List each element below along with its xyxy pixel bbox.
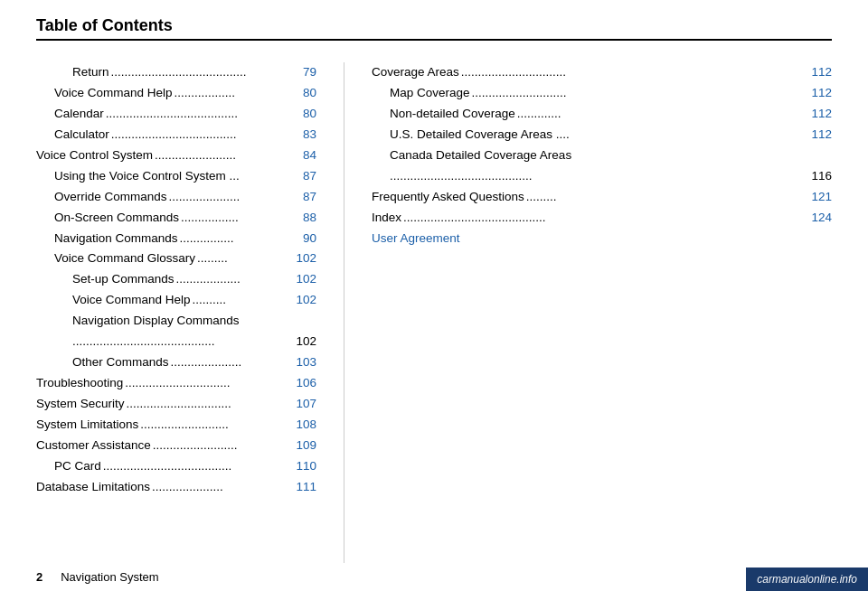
toc-entry: System Security ........................… bbox=[36, 394, 316, 415]
watermark-area: carmanualonline.info bbox=[746, 568, 868, 591]
toc-entry: Map Coverage ...........................… bbox=[372, 83, 832, 104]
column-divider bbox=[344, 62, 344, 563]
toc-entry: Troubleshooting ........................… bbox=[36, 373, 316, 394]
left-column: Return .................................… bbox=[36, 62, 335, 563]
page-title: Table of Contents bbox=[36, 16, 832, 35]
toc-entry-multiline: Canada Detailed Coverage Areas .........… bbox=[372, 145, 832, 187]
footer-page-number: 2 bbox=[36, 570, 42, 584]
toc-entry: Voice Command Help .......... 102 bbox=[36, 290, 316, 311]
header-rule bbox=[36, 39, 832, 41]
toc-entry: Customer Assistance ....................… bbox=[36, 436, 316, 456]
toc-entry: Non-detailed Coverage ............. 112 bbox=[372, 104, 832, 125]
content-area: Return .................................… bbox=[0, 46, 868, 563]
toc-entry: Other Commands ..................... 103 bbox=[36, 352, 316, 373]
toc-entry: On-Screen Commands ................. 88 bbox=[36, 208, 316, 229]
toc-entry: Set-up Commands ................... 102 bbox=[36, 269, 316, 290]
footer-title: Navigation System bbox=[61, 570, 158, 584]
toc-entry: Voice Command Help .................. 80 bbox=[36, 83, 316, 104]
toc-entry: Voice Control System ...................… bbox=[36, 145, 316, 166]
watermark-text: carmanualonline.info bbox=[757, 573, 857, 586]
toc-entry: U.S. Detailed Coverage Areas .... 112 bbox=[372, 125, 832, 145]
toc-entry-multiline: Navigation Display Commands ............… bbox=[36, 311, 316, 352]
toc-entry: Coverage Areas .........................… bbox=[372, 62, 832, 83]
toc-entry: System Limitations .....................… bbox=[36, 415, 316, 436]
toc-entry: Voice Command Glossary ......... 102 bbox=[36, 249, 316, 269]
toc-entry: Database Limitations ...................… bbox=[36, 477, 316, 498]
footer-area: 2 Navigation System bbox=[0, 563, 868, 591]
toc-entry-user-agreement[interactable]: User Agreement bbox=[372, 229, 832, 249]
toc-entry: Index ..................................… bbox=[372, 208, 832, 229]
toc-entry: Override Commands ..................... … bbox=[36, 187, 316, 208]
toc-entry: Frequently Asked Questions ......... 121 bbox=[372, 187, 832, 208]
toc-entry: Navigation Commands ................ 90 bbox=[36, 229, 316, 249]
toc-entry: Calendar ...............................… bbox=[36, 104, 316, 125]
toc-entry: Return .................................… bbox=[36, 62, 316, 83]
toc-entry: PC Card ................................… bbox=[36, 456, 316, 477]
header-area: Table of Contents bbox=[0, 0, 868, 46]
toc-entry: Using the Voice Control System ... 87 bbox=[36, 166, 316, 187]
toc-entry: Calculator .............................… bbox=[36, 125, 316, 145]
right-column: Coverage Areas .........................… bbox=[354, 62, 832, 563]
page-container: Table of Contents Return ...............… bbox=[0, 0, 868, 591]
